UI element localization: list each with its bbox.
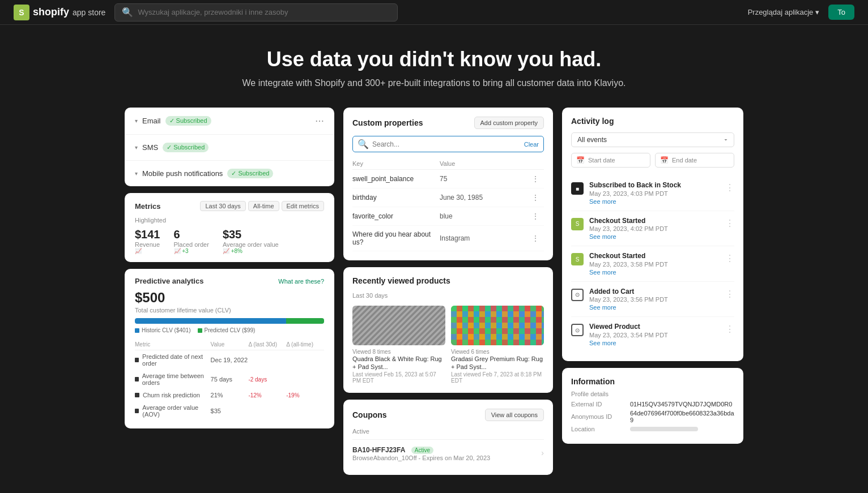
clv-bar-historic (135, 318, 286, 324)
prop-row-3: favorite_color blue ⋮ (352, 207, 544, 226)
header-cta-button[interactable]: To (828, 5, 854, 20)
prop-val-4: Instagram (440, 234, 527, 242)
last-30-btn[interactable]: Last 30 days (200, 201, 245, 211)
activity-time-3: May 23, 2023, 3:58 PM PDT (589, 261, 720, 268)
activity-icon-3: S (571, 253, 584, 265)
end-date-input[interactable]: 📅 End date (655, 153, 734, 168)
logo-text: shopify (33, 6, 69, 18)
activity-title-5: Viewed Product (589, 323, 720, 332)
information-title: Information (571, 377, 734, 386)
value-1: Dec 19, 2022 (211, 357, 249, 363)
activity-title-4: Added to Cart (589, 288, 720, 297)
activity-icon-1: ■ (571, 182, 584, 195)
activity-menu-5[interactable]: ⋮ (725, 324, 734, 335)
activity-menu-2[interactable]: ⋮ (725, 218, 734, 229)
email-badge: ✓ Subscribed (165, 116, 211, 126)
what-are-these-link[interactable]: What are these? (278, 278, 324, 285)
coupons-header: Coupons View all coupons (352, 409, 544, 421)
email-menu-icon[interactable]: ⋯ (315, 115, 324, 126)
info-row-anonymous-id: Anonymous ID 64de076964f700f0be6608323a3… (571, 410, 734, 423)
col-metric: Metric (135, 341, 211, 348)
prop-val-2: June 30, 1985 (440, 194, 527, 202)
see-more-link-4[interactable]: See more (589, 304, 720, 311)
table-row: Average order value (AOV) $35 (135, 401, 324, 421)
coupon-active-label: Active (352, 428, 544, 435)
activity-time-2: May 23, 2023, 4:02 PM PDT (589, 225, 720, 232)
activity-filter-select[interactable]: All events (571, 132, 734, 147)
app-store-text: app store (73, 8, 105, 17)
see-more-link-5[interactable]: See more (589, 340, 720, 346)
prop-menu-2[interactable]: ⋮ (527, 193, 544, 202)
browse-button[interactable]: Przeglądaj aplikacje ▾ (748, 8, 820, 16)
clv-bar (135, 318, 324, 324)
search-props-input[interactable] (372, 140, 521, 148)
activity-item-4: ⊙ Added to Cart May 23, 2023, 3:56 PM PD… (571, 282, 734, 318)
recently-viewed-card: Recently viewed products Last 30 days Vi… (343, 267, 553, 393)
legend-green-dot (198, 328, 202, 333)
coupons-title: Coupons (352, 410, 387, 419)
activity-list: ■ Subscribed to Back in Stock May 23, 20… (571, 175, 734, 352)
info-row-external-id: External ID 01H15QV34579TVQNJD7JQMD0R0 (571, 401, 734, 408)
clv-bar-predicted (286, 318, 324, 324)
avg-order-value: $35 (223, 228, 279, 241)
search-icon: 🔍 (122, 7, 133, 18)
end-date-label: End date (672, 157, 697, 164)
subscription-card: ▾ Email ✓ Subscribed ⋯ ▾ SMS ✓ Subscribe… (125, 108, 334, 186)
all-time-btn[interactable]: All-time (248, 201, 279, 211)
info-row-location: Location (571, 426, 734, 432)
props-table-header: Key Value (352, 158, 544, 170)
activity-log-card: Activity log All events 📅 Start date 📅 E… (562, 108, 743, 361)
edit-metrics-btn[interactable]: Edit metrics (282, 201, 324, 211)
product-image-1 (352, 306, 445, 345)
header: S shopify app store 🔍 Przeglądaj aplikac… (0, 0, 868, 25)
chevron-icon: ▾ (135, 170, 138, 177)
view-all-coupons-button[interactable]: View all coupons (485, 409, 544, 421)
change-3-all: -19% (286, 392, 324, 398)
hero-subtitle: We integrate with Shopify and 300+ pre-b… (34, 78, 834, 88)
prop-menu-1[interactable]: ⋮ (527, 174, 544, 183)
search-input[interactable] (138, 8, 390, 16)
metric-3: Churn risk prediction (143, 392, 200, 398)
see-more-link-2[interactable]: See more (589, 233, 720, 240)
calendar-icon: 📅 (660, 156, 669, 164)
custom-properties-card: Custom properties Add custom property 🔍 … (343, 108, 553, 260)
product-name-1: Quadra Black & White Rug: Rug + Pad Syst… (352, 355, 445, 371)
products-title: Recently viewed products (352, 276, 450, 285)
see-more-link-3[interactable]: See more (589, 269, 720, 276)
highlighted-label: Highlighted (135, 217, 324, 224)
activity-content-2: Checkout Started May 23, 2023, 4:02 PM P… (589, 217, 720, 241)
activity-title-1: Subscribed to Back in Stock (589, 181, 720, 190)
prop-menu-4[interactable]: ⋮ (527, 234, 544, 243)
activity-menu-4[interactable]: ⋮ (725, 289, 734, 299)
products-grid: Viewed 8 times Quadra Black & White Rug:… (352, 306, 544, 384)
prop-val-3: blue (440, 212, 527, 220)
products-subtitle: Last 30 days (352, 292, 544, 299)
prop-val-1: 75 (440, 175, 527, 183)
coupon-info: BA10-HFFJ23FA Active BrowseAbandon_10Off… (352, 444, 490, 461)
search-bar[interactable]: 🔍 (114, 3, 398, 22)
clv-legend: Historic CLV ($401) Predicted CLV ($99) (135, 327, 324, 333)
metric-4: Average order value (AOV) (142, 404, 210, 418)
value-2: 75 days (211, 376, 249, 383)
product-views-1: Viewed 8 times (352, 349, 445, 355)
revenue-label: Revenue (135, 241, 160, 248)
custom-props-search[interactable]: 🔍 Clear (352, 136, 544, 152)
product-views-2: Viewed 6 times (451, 349, 544, 355)
add-custom-property-button[interactable]: Add custom property (474, 117, 544, 129)
prop-row-4: Where did you hear about us? Instagram ⋮ (352, 226, 544, 251)
prop-menu-3[interactable]: ⋮ (527, 212, 544, 221)
col-key-header: Key (352, 160, 440, 167)
metrics-values: $141 Revenue 📈 6 Placed order 📈 +3 $35 A… (135, 228, 324, 254)
start-date-input[interactable]: 📅 Start date (571, 153, 650, 168)
see-more-link-1[interactable]: See more (589, 198, 720, 205)
legend-historic: Historic CLV ($401) (135, 327, 191, 333)
activity-menu-3[interactable]: ⋮ (725, 253, 734, 264)
analytics-title: Predictive analytics (135, 277, 203, 285)
activity-time-4: May 23, 2023, 3:56 PM PDT (589, 296, 720, 303)
activity-menu-1[interactable]: ⋮ (725, 182, 734, 193)
clear-search-link[interactable]: Clear (524, 141, 539, 148)
activity-filter-row: All events (571, 132, 734, 147)
search-icon: 🔍 (358, 139, 369, 149)
coupon-active-badge: Active (411, 447, 433, 454)
prop-key-4: Where did you hear about us? (352, 230, 440, 246)
